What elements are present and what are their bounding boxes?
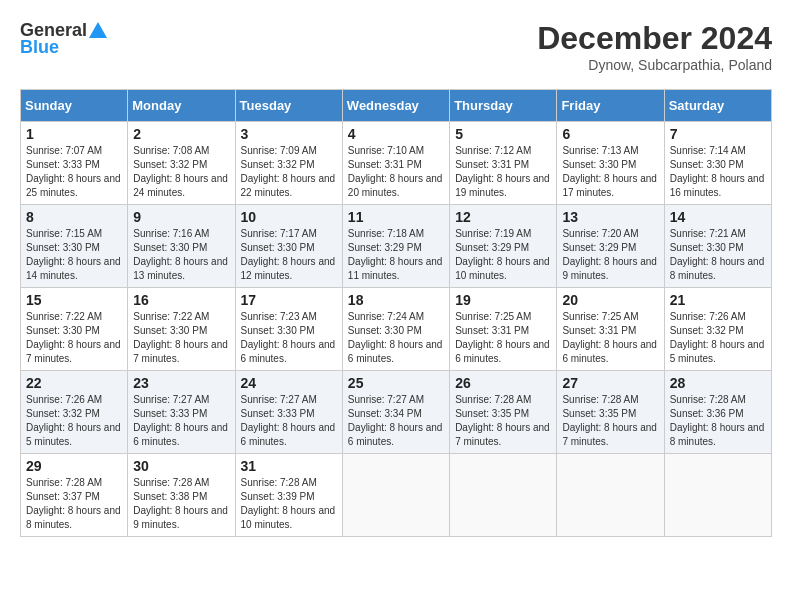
logo-icon: [87, 20, 109, 42]
calendar-cell: 14 Sunrise: 7:21 AM Sunset: 3:30 PM Dayl…: [664, 205, 771, 288]
day-number: 20: [562, 292, 658, 308]
day-number: 21: [670, 292, 766, 308]
day-info: Sunrise: 7:27 AM Sunset: 3:34 PM Dayligh…: [348, 393, 444, 449]
calendar-cell: 6 Sunrise: 7:13 AM Sunset: 3:30 PM Dayli…: [557, 122, 664, 205]
day-number: 8: [26, 209, 122, 225]
day-info: Sunrise: 7:20 AM Sunset: 3:29 PM Dayligh…: [562, 227, 658, 283]
day-number: 2: [133, 126, 229, 142]
day-number: 14: [670, 209, 766, 225]
day-number: 30: [133, 458, 229, 474]
page-header: General Blue December 2024 Dynow, Subcar…: [20, 20, 772, 73]
day-info: Sunrise: 7:15 AM Sunset: 3:30 PM Dayligh…: [26, 227, 122, 283]
calendar-cell: 28 Sunrise: 7:28 AM Sunset: 3:36 PM Dayl…: [664, 371, 771, 454]
title-area: December 2024 Dynow, Subcarpathia, Polan…: [537, 20, 772, 73]
svg-marker-0: [89, 22, 107, 38]
day-info: Sunrise: 7:21 AM Sunset: 3:30 PM Dayligh…: [670, 227, 766, 283]
day-number: 27: [562, 375, 658, 391]
day-info: Sunrise: 7:24 AM Sunset: 3:30 PM Dayligh…: [348, 310, 444, 366]
day-info: Sunrise: 7:28 AM Sunset: 3:39 PM Dayligh…: [241, 476, 337, 532]
logo: General Blue: [20, 20, 109, 58]
calendar-cell: 2 Sunrise: 7:08 AM Sunset: 3:32 PM Dayli…: [128, 122, 235, 205]
calendar-cell: 12 Sunrise: 7:19 AM Sunset: 3:29 PM Dayl…: [450, 205, 557, 288]
calendar-cell: [557, 454, 664, 537]
day-number: 28: [670, 375, 766, 391]
calendar-cell: 3 Sunrise: 7:09 AM Sunset: 3:32 PM Dayli…: [235, 122, 342, 205]
day-info: Sunrise: 7:17 AM Sunset: 3:30 PM Dayligh…: [241, 227, 337, 283]
calendar-cell: 27 Sunrise: 7:28 AM Sunset: 3:35 PM Dayl…: [557, 371, 664, 454]
day-info: Sunrise: 7:28 AM Sunset: 3:37 PM Dayligh…: [26, 476, 122, 532]
day-number: 29: [26, 458, 122, 474]
calendar-cell: 10 Sunrise: 7:17 AM Sunset: 3:30 PM Dayl…: [235, 205, 342, 288]
calendar-cell: 15 Sunrise: 7:22 AM Sunset: 3:30 PM Dayl…: [21, 288, 128, 371]
calendar-cell: 17 Sunrise: 7:23 AM Sunset: 3:30 PM Dayl…: [235, 288, 342, 371]
day-info: Sunrise: 7:10 AM Sunset: 3:31 PM Dayligh…: [348, 144, 444, 200]
day-info: Sunrise: 7:14 AM Sunset: 3:30 PM Dayligh…: [670, 144, 766, 200]
day-info: Sunrise: 7:08 AM Sunset: 3:32 PM Dayligh…: [133, 144, 229, 200]
weekday-header: Thursday: [450, 90, 557, 122]
calendar-cell: 29 Sunrise: 7:28 AM Sunset: 3:37 PM Dayl…: [21, 454, 128, 537]
day-info: Sunrise: 7:22 AM Sunset: 3:30 PM Dayligh…: [133, 310, 229, 366]
day-number: 31: [241, 458, 337, 474]
day-info: Sunrise: 7:22 AM Sunset: 3:30 PM Dayligh…: [26, 310, 122, 366]
day-number: 11: [348, 209, 444, 225]
location-subtitle: Dynow, Subcarpathia, Poland: [537, 57, 772, 73]
day-number: 22: [26, 375, 122, 391]
calendar-cell: 31 Sunrise: 7:28 AM Sunset: 3:39 PM Dayl…: [235, 454, 342, 537]
logo-blue: Blue: [20, 38, 59, 58]
day-number: 6: [562, 126, 658, 142]
calendar-cell: 5 Sunrise: 7:12 AM Sunset: 3:31 PM Dayli…: [450, 122, 557, 205]
calendar-cell: 1 Sunrise: 7:07 AM Sunset: 3:33 PM Dayli…: [21, 122, 128, 205]
day-number: 5: [455, 126, 551, 142]
calendar-cell: 9 Sunrise: 7:16 AM Sunset: 3:30 PM Dayli…: [128, 205, 235, 288]
day-number: 7: [670, 126, 766, 142]
day-number: 1: [26, 126, 122, 142]
calendar-cell: 8 Sunrise: 7:15 AM Sunset: 3:30 PM Dayli…: [21, 205, 128, 288]
calendar-cell: [450, 454, 557, 537]
calendar-cell: 11 Sunrise: 7:18 AM Sunset: 3:29 PM Dayl…: [342, 205, 449, 288]
day-number: 17: [241, 292, 337, 308]
day-info: Sunrise: 7:16 AM Sunset: 3:30 PM Dayligh…: [133, 227, 229, 283]
calendar-cell: 13 Sunrise: 7:20 AM Sunset: 3:29 PM Dayl…: [557, 205, 664, 288]
day-info: Sunrise: 7:27 AM Sunset: 3:33 PM Dayligh…: [241, 393, 337, 449]
day-number: 12: [455, 209, 551, 225]
calendar-cell: 23 Sunrise: 7:27 AM Sunset: 3:33 PM Dayl…: [128, 371, 235, 454]
day-number: 15: [26, 292, 122, 308]
day-info: Sunrise: 7:19 AM Sunset: 3:29 PM Dayligh…: [455, 227, 551, 283]
day-info: Sunrise: 7:26 AM Sunset: 3:32 PM Dayligh…: [670, 310, 766, 366]
day-info: Sunrise: 7:13 AM Sunset: 3:30 PM Dayligh…: [562, 144, 658, 200]
day-info: Sunrise: 7:23 AM Sunset: 3:30 PM Dayligh…: [241, 310, 337, 366]
calendar-cell: 25 Sunrise: 7:27 AM Sunset: 3:34 PM Dayl…: [342, 371, 449, 454]
calendar-cell: 20 Sunrise: 7:25 AM Sunset: 3:31 PM Dayl…: [557, 288, 664, 371]
weekday-header: Tuesday: [235, 90, 342, 122]
day-number: 24: [241, 375, 337, 391]
day-info: Sunrise: 7:28 AM Sunset: 3:36 PM Dayligh…: [670, 393, 766, 449]
calendar-cell: 21 Sunrise: 7:26 AM Sunset: 3:32 PM Dayl…: [664, 288, 771, 371]
month-title: December 2024: [537, 20, 772, 57]
day-info: Sunrise: 7:25 AM Sunset: 3:31 PM Dayligh…: [562, 310, 658, 366]
calendar-cell: 30 Sunrise: 7:28 AM Sunset: 3:38 PM Dayl…: [128, 454, 235, 537]
weekday-header: Wednesday: [342, 90, 449, 122]
day-info: Sunrise: 7:12 AM Sunset: 3:31 PM Dayligh…: [455, 144, 551, 200]
day-info: Sunrise: 7:27 AM Sunset: 3:33 PM Dayligh…: [133, 393, 229, 449]
day-number: 4: [348, 126, 444, 142]
day-info: Sunrise: 7:26 AM Sunset: 3:32 PM Dayligh…: [26, 393, 122, 449]
calendar-cell: 16 Sunrise: 7:22 AM Sunset: 3:30 PM Dayl…: [128, 288, 235, 371]
calendar-cell: 19 Sunrise: 7:25 AM Sunset: 3:31 PM Dayl…: [450, 288, 557, 371]
day-number: 19: [455, 292, 551, 308]
day-number: 26: [455, 375, 551, 391]
weekday-header: Monday: [128, 90, 235, 122]
day-info: Sunrise: 7:09 AM Sunset: 3:32 PM Dayligh…: [241, 144, 337, 200]
calendar-cell: 24 Sunrise: 7:27 AM Sunset: 3:33 PM Dayl…: [235, 371, 342, 454]
day-number: 13: [562, 209, 658, 225]
day-info: Sunrise: 7:28 AM Sunset: 3:35 PM Dayligh…: [562, 393, 658, 449]
calendar-cell: 4 Sunrise: 7:10 AM Sunset: 3:31 PM Dayli…: [342, 122, 449, 205]
calendar-header-row: SundayMondayTuesdayWednesdayThursdayFrid…: [21, 90, 772, 122]
day-info: Sunrise: 7:28 AM Sunset: 3:38 PM Dayligh…: [133, 476, 229, 532]
day-info: Sunrise: 7:07 AM Sunset: 3:33 PM Dayligh…: [26, 144, 122, 200]
day-number: 9: [133, 209, 229, 225]
day-info: Sunrise: 7:18 AM Sunset: 3:29 PM Dayligh…: [348, 227, 444, 283]
calendar-cell: 7 Sunrise: 7:14 AM Sunset: 3:30 PM Dayli…: [664, 122, 771, 205]
day-number: 23: [133, 375, 229, 391]
day-number: 3: [241, 126, 337, 142]
day-number: 18: [348, 292, 444, 308]
